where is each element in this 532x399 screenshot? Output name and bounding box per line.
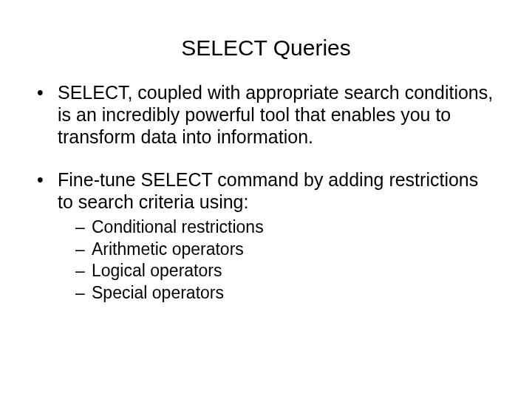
slide: SELECT Queries SELECT, coupled with appr… — [0, 35, 532, 399]
sub-bullet-text: Arithmetic operators — [92, 239, 244, 259]
sub-bullet-item: Special operators — [75, 283, 495, 304]
sub-bullet-item: Logical operators — [75, 261, 495, 282]
sub-bullet-list: Conditional restrictions Arithmetic oper… — [58, 217, 495, 303]
slide-title: SELECT Queries — [0, 35, 532, 61]
bullet-list: SELECT, coupled with appropriate search … — [37, 81, 495, 303]
bullet-text: SELECT, coupled with appropriate search … — [58, 82, 493, 147]
bullet-item: SELECT, coupled with appropriate search … — [37, 81, 495, 148]
sub-bullet-text: Logical operators — [92, 261, 222, 280]
bullet-item: Fine-tune SELECT command by adding restr… — [37, 168, 495, 303]
sub-bullet-text: Conditional restrictions — [92, 217, 264, 236]
sub-bullet-text: Special operators — [92, 283, 224, 302]
sub-bullet-item: Conditional restrictions — [75, 217, 495, 238]
slide-content: SELECT, coupled with appropriate search … — [37, 81, 495, 303]
bullet-text: Fine-tune SELECT command by adding restr… — [58, 169, 478, 212]
sub-bullet-item: Arithmetic operators — [75, 239, 495, 260]
